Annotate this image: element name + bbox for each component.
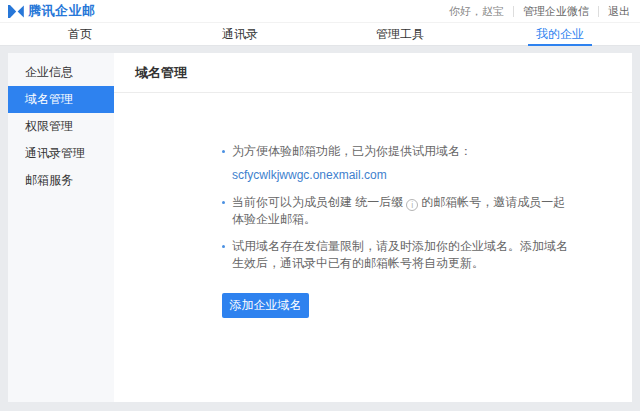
header-user-area: 你好，赵宝 管理企业微信 退出 xyxy=(440,6,632,17)
app-logo[interactable]: 腾讯企业邮 xyxy=(8,2,96,20)
top-header: 腾讯企业邮 你好，赵宝 管理企业微信 退出 xyxy=(0,0,640,22)
trial-domain-text: 为方便体验邮箱功能，已为你提供试用域名： xyxy=(232,144,472,158)
add-domain-button[interactable]: 添加企业域名 xyxy=(222,293,309,318)
trial-domain-link[interactable]: scfycwlkjwwgc.onexmail.com xyxy=(232,167,387,184)
manage-wechat-link[interactable]: 管理企业微信 xyxy=(513,6,598,17)
trial-limit-text: 试用域名存在发信量限制，请及时添加你的企业域名。添加域名生效后，通讯录中已有的邮… xyxy=(232,238,577,272)
sidebar-item-mailbox-service[interactable]: 邮箱服务 xyxy=(8,167,114,194)
tab-contacts[interactable]: 通讯录 xyxy=(160,23,320,45)
logout-link[interactable]: 退出 xyxy=(598,6,632,17)
tab-home[interactable]: 首页 xyxy=(0,23,160,45)
list-item: 为方便体验邮箱功能，已为你提供试用域名： scfycwlkjwwgc.onexm… xyxy=(222,143,632,184)
suffix-text-pre: 当前你可以为成员创建 统一后缀 xyxy=(232,195,403,209)
info-icon[interactable]: i xyxy=(406,199,418,211)
list-item: 试用域名存在发信量限制，请及时添加你的企业域名。添加域名生效后，通讯录中已有的邮… xyxy=(222,238,632,272)
greeting-text: 你好，赵宝 xyxy=(440,6,513,17)
sidebar-item-permission-management[interactable]: 权限管理 xyxy=(8,113,114,140)
main-nav: 首页 通讯录 管理工具 我的企业 xyxy=(0,22,640,46)
app-title: 腾讯企业邮 xyxy=(28,2,96,20)
info-list: 为方便体验邮箱功能，已为你提供试用域名： scfycwlkjwwgc.onexm… xyxy=(222,143,632,318)
tab-my-company[interactable]: 我的企业 xyxy=(480,23,640,45)
bullet-dot-icon xyxy=(222,245,225,248)
main-content: 域名管理 为方便体验邮箱功能，已为你提供试用域名： scfycwlkjwwgc.… xyxy=(114,53,632,402)
sidebar-item-contacts-management[interactable]: 通讯录管理 xyxy=(8,140,114,167)
sidebar: 企业信息 域名管理 权限管理 通讯录管理 邮箱服务 xyxy=(8,53,114,402)
exmail-logo-icon xyxy=(8,5,24,18)
content-wrapper: 企业信息 域名管理 权限管理 通讯录管理 邮箱服务 域名管理 为方便体验邮箱功能… xyxy=(0,46,640,410)
list-item: 当前你可以为成员创建 统一后缀i的邮箱帐号，邀请成员一起体验企业邮箱。 xyxy=(222,194,632,228)
sidebar-item-domain-management[interactable]: 域名管理 xyxy=(8,86,114,113)
page-title: 域名管理 xyxy=(114,53,632,93)
content-panel: 企业信息 域名管理 权限管理 通讯录管理 邮箱服务 域名管理 为方便体验邮箱功能… xyxy=(8,53,632,402)
bullet-dot-icon xyxy=(222,150,225,153)
sidebar-item-company-info[interactable]: 企业信息 xyxy=(8,59,114,86)
bullet-dot-icon xyxy=(222,201,225,204)
tab-admin-tools[interactable]: 管理工具 xyxy=(320,23,480,45)
